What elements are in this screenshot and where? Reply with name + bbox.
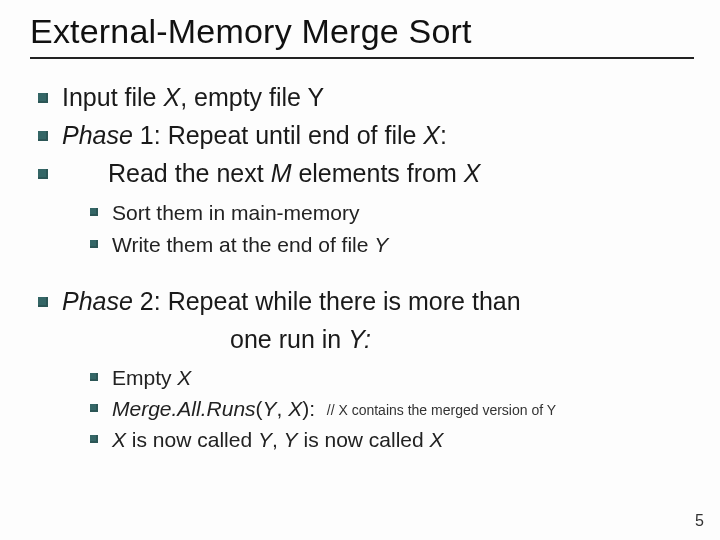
inline-comment: // X contains the merged version of Y — [327, 402, 556, 418]
spacer — [30, 271, 694, 285]
slide: External-Memory Merge Sort Input file X,… — [0, 0, 720, 540]
text: : — [440, 121, 447, 149]
phase-label: Phase — [62, 287, 133, 315]
title-underline — [30, 57, 694, 59]
text: Empty — [112, 366, 177, 389]
var-x: X — [464, 159, 481, 187]
text: , — [277, 397, 289, 420]
bullet-list-level2-a: Sort them in main-memory Write them at t… — [30, 198, 694, 259]
slide-title: External-Memory Merge Sort — [30, 12, 694, 51]
subbullet-sort: Sort them in main-memory — [86, 198, 694, 227]
bullet-phase-2: Phase 2: Repeat while there is more than — [30, 285, 694, 319]
var-x: X — [177, 366, 191, 389]
var-x: X — [423, 121, 440, 149]
subbullet-write: Write them at the end of file Y — [86, 230, 694, 259]
var-y: Y — [284, 428, 298, 451]
subbullet-merge-all-runs: Merge.All.Runs(Y, X): // X contains the … — [86, 394, 694, 423]
var-y: Y — [258, 428, 272, 451]
text: ( — [256, 397, 263, 420]
bullet-list-level1: Input file X, empty file Y Phase 1: Repe… — [30, 81, 694, 190]
text: Write them at the end of file — [112, 233, 374, 256]
text: Sort them in main-memory — [112, 201, 359, 224]
var-y: Y — [374, 233, 388, 256]
fn-name: Merge.All.Runs — [112, 397, 256, 420]
var-y: Y: — [348, 325, 371, 353]
text: one run in — [230, 325, 348, 353]
var-y: Y — [263, 397, 277, 420]
subbullet-swap-names: X is now called Y, Y is now called X — [86, 425, 694, 454]
var-m: M — [271, 159, 292, 187]
phase-label: Phase — [62, 121, 133, 149]
page-number: 5 — [695, 512, 704, 530]
text: 2: Repeat while there is more than — [133, 287, 521, 315]
var-x: X — [112, 428, 126, 451]
text: , empty file Y — [180, 83, 324, 111]
text: is now called — [298, 428, 430, 451]
text: Read the next — [108, 159, 271, 187]
text: 1: Repeat until end of file — [133, 121, 423, 149]
text: ): — [302, 397, 315, 420]
text: is now called — [126, 428, 258, 451]
var-x: X — [288, 397, 302, 420]
var-x: X — [163, 83, 180, 111]
var-x: X — [430, 428, 444, 451]
text: , — [272, 428, 284, 451]
text: Input file — [62, 83, 163, 111]
subbullet-empty-x: Empty X — [86, 363, 694, 392]
text: elements from — [291, 159, 463, 187]
bullet-read-elements: Read the next M elements from X — [30, 157, 694, 191]
bullet-phase-1: Phase 1: Repeat until end of file X: — [30, 119, 694, 153]
bullet-phase-2-cont: one run in Y: — [30, 323, 694, 357]
bullet-list-level1-b: Phase 2: Repeat while there is more than — [30, 285, 694, 319]
bullet-input-files: Input file X, empty file Y — [30, 81, 694, 115]
bullet-list-level2-b: Empty X Merge.All.Runs(Y, X): // X conta… — [30, 363, 694, 455]
